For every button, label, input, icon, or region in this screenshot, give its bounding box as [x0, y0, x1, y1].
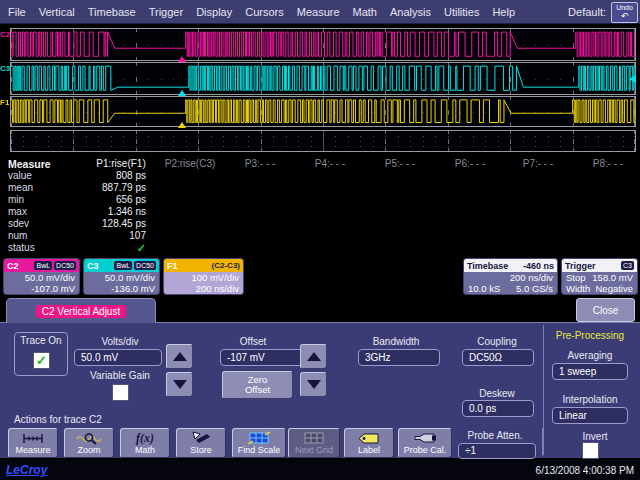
measure-column-header: P5:- - - — [385, 158, 416, 169]
fx-icon: f(x) — [131, 431, 159, 445]
menu-item-math[interactable]: Math — [353, 6, 377, 18]
empty-grid — [11, 131, 635, 151]
measure-column-header: P7:- - - — [523, 158, 554, 169]
clock: 6/13/2008 4:00:38 PM — [536, 465, 634, 476]
svg-text:f(x): f(x) — [136, 431, 154, 445]
trigger-marker-icon[interactable] — [178, 56, 186, 62]
waveform-grid-c2[interactable] — [10, 28, 636, 61]
offset-down-button[interactable] — [300, 372, 327, 397]
button-label: Label — [358, 445, 380, 455]
invert-label: Invert — [552, 431, 638, 442]
zoom-button[interactable]: Zoom — [64, 428, 114, 458]
c3-header: C3 BwL DC50 — [84, 259, 159, 272]
measure-table-title: Measure — [8, 158, 51, 170]
trigger-marker-icon[interactable] — [178, 122, 186, 128]
math-button[interactable]: f(x)Math — [120, 428, 170, 458]
trace-on-checkbox[interactable]: ✓ — [33, 352, 50, 369]
label-button[interactable]: Label — [344, 428, 394, 458]
menu-item-file[interactable]: File — [8, 6, 26, 18]
coupling-field[interactable]: DC50Ω — [462, 349, 534, 366]
button-label: Store — [190, 445, 212, 455]
actions-for-trace-label: Actions for trace C2 — [14, 414, 102, 425]
down-arrow-icon — [307, 380, 321, 389]
f1-label: F1 — [167, 261, 178, 271]
volts-div-up-button[interactable] — [166, 344, 193, 369]
measure-p1-value: 656 ps — [56, 194, 146, 205]
menubar-right: Default: Undo ↶ — [568, 1, 638, 23]
measure-column-header: P6:- - - — [455, 158, 486, 169]
waveform-grid-f1[interactable] — [10, 96, 636, 127]
trace-descriptor-f1[interactable]: F1 (C2-C3) 100 mV/div 200 ns/div — [163, 258, 244, 295]
measure-column-header: P2:rise(C3) — [165, 158, 216, 169]
find-scale-button[interactable]: Find Scale — [232, 428, 286, 458]
up-arrow-icon — [307, 352, 321, 361]
trigger-descriptor[interactable]: Trigger C3 Stop 158.0 mV Width Negative — [561, 258, 638, 295]
volts-div-field[interactable]: 50.0 mV — [74, 349, 162, 366]
timebase-header: Timebase -460 ns — [464, 259, 557, 272]
deskew-field[interactable]: 0.0 ps — [462, 400, 534, 417]
c2-scale: 50.0 mV/div — [8, 272, 75, 283]
measure-p1-value: 128.45 ps — [56, 218, 146, 229]
probe-atten-field[interactable]: ÷1 — [458, 443, 536, 459]
interpolation-field[interactable]: Linear — [552, 407, 628, 424]
menu-item-help[interactable]: Help — [492, 6, 515, 18]
measure-icon — [21, 431, 45, 445]
menu-item-cursors[interactable]: Cursors — [245, 6, 284, 18]
waveform-grid-c3[interactable] — [10, 62, 636, 95]
trace-c2 — [11, 29, 635, 60]
menu-item-analysis[interactable]: Analysis — [390, 6, 431, 18]
offset-up-button[interactable] — [300, 344, 327, 369]
measure-row-label: min — [8, 194, 24, 205]
c2-header: C2 BwL DC50 — [4, 259, 79, 272]
menu-item-trigger[interactable]: Trigger — [149, 6, 183, 18]
status-bar: LeCroy 6/13/2008 4:00:38 PM — [0, 460, 640, 480]
pre-processing-label: Pre-Processing — [545, 330, 635, 341]
volts-div-down-button[interactable] — [166, 372, 193, 397]
waveform-grid-empty[interactable] — [10, 130, 636, 152]
tab-c2-vertical-adjust[interactable]: C2 Vertical Adjust — [6, 298, 156, 323]
close-button[interactable]: Close — [576, 298, 635, 322]
invert-checkbox[interactable] — [582, 442, 599, 459]
trigger-polarity: Negative — [596, 283, 634, 294]
next-grid-icon — [302, 431, 326, 445]
measure-row-label: value — [8, 170, 32, 181]
offset-field[interactable]: -107 mV — [220, 349, 308, 366]
lecroy-logo: LeCroy — [6, 463, 47, 477]
channel-offset-marker-icon[interactable] — [629, 75, 636, 83]
trace-f1 — [11, 97, 635, 126]
measure-row-label: sdev — [8, 218, 29, 229]
timebase-descriptor[interactable]: Timebase -460 ns 200 ns/div 10.0 kS 5.0 … — [463, 258, 558, 295]
probe-cal-button[interactable]: Probe Cal. — [398, 428, 452, 458]
c3-label: C3 — [87, 261, 99, 271]
coupling-label: Coupling — [447, 336, 547, 347]
waveform-area[interactable]: C2C3F1 — [0, 24, 640, 155]
store-button[interactable]: Store — [176, 428, 226, 458]
interpolation-label: Interpolation — [545, 394, 635, 405]
menu-item-timebase[interactable]: Timebase — [88, 6, 136, 18]
timebase-position: -460 ns — [523, 261, 554, 271]
menu-item-measure[interactable]: Measure — [297, 6, 340, 18]
zero-offset-button[interactable]: Zero Offset — [222, 371, 293, 399]
trigger-body: Stop 158.0 mV Width Negative — [562, 272, 637, 294]
trigger-source-badge: C3 — [621, 261, 634, 270]
measure-button[interactable]: Measure — [8, 428, 58, 458]
button-label: Zoom — [77, 445, 100, 455]
channel-descriptor-c3[interactable]: C3 BwL DC50 50.0 mV/div -136.0 mV — [83, 258, 160, 295]
vertical-adjust-dialog: C2 Vertical Adjust Close Trace On ✓ Volt… — [0, 296, 640, 460]
next-grid-button: Next Grid — [288, 428, 340, 458]
menu-item-utilities[interactable]: Utilities — [444, 6, 479, 18]
trigger-marker-icon[interactable] — [178, 90, 186, 96]
f1-scale: 100 mV/div — [168, 272, 239, 283]
c2-bwl-badge: BwL — [34, 261, 52, 270]
bandwidth-field[interactable]: 3GHz — [358, 349, 440, 366]
button-label: Math — [135, 445, 155, 455]
volts-div-label: Volts/div — [70, 336, 170, 347]
variable-gain-label: Variable Gain — [70, 370, 170, 381]
c3-offset: -136.0 mV — [88, 283, 155, 294]
menu-item-display[interactable]: Display — [196, 6, 232, 18]
variable-gain-checkbox[interactable] — [112, 384, 129, 401]
channel-descriptor-c2[interactable]: C2 BwL DC50 50.0 mV/div -107.0 mV — [3, 258, 80, 295]
averaging-field[interactable]: 1 sweep — [552, 363, 628, 380]
undo-button[interactable]: Undo ↶ — [611, 2, 638, 23]
menu-item-vertical[interactable]: Vertical — [39, 6, 75, 18]
